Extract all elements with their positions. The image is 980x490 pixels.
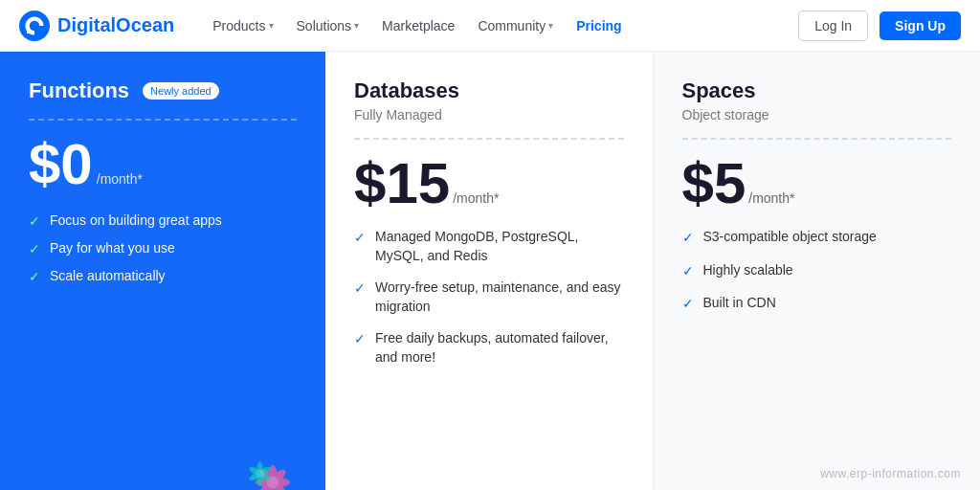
databases-price-number: 15 xyxy=(386,155,450,212)
svg-point-11 xyxy=(256,470,264,479)
functions-title: Functions xyxy=(29,78,129,103)
functions-price: $0 /month* xyxy=(29,136,297,193)
databases-features: ✓ Managed MongoDB, PostgreSQL, MySQL, an… xyxy=(354,228,624,368)
divider xyxy=(682,138,952,140)
svg-point-0 xyxy=(19,11,50,41)
check-icon: ✓ xyxy=(682,295,694,314)
feature-item: ✓ Pay for what you use xyxy=(29,240,297,256)
feature-item: ✓ S3-compatible object storage xyxy=(682,228,952,248)
check-icon: ✓ xyxy=(354,279,366,299)
login-button[interactable]: Log In xyxy=(798,11,868,41)
svg-point-8 xyxy=(256,461,263,485)
check-icon: ✓ xyxy=(682,262,694,281)
nav-links: Products ▾ Solutions ▾ Marketplace Commu… xyxy=(203,12,798,39)
divider xyxy=(354,138,624,140)
svg-rect-1 xyxy=(30,31,33,33)
chevron-down-icon: ▾ xyxy=(269,20,274,31)
functions-price-amount: $0 xyxy=(29,136,93,193)
spaces-price-symbol: $ xyxy=(682,155,714,212)
check-icon: ✓ xyxy=(29,213,40,229)
logo-icon xyxy=(19,11,50,41)
logo-text: DigitalOcean xyxy=(57,14,174,36)
cards-section: Functions Newly added $0 /month* ✓ Focus… xyxy=(0,52,980,490)
databases-price-suffix: /month* xyxy=(453,190,499,206)
databases-price-symbol: $ xyxy=(354,155,386,212)
feature-item: ✓ Worry-free setup, maintenance, and eas… xyxy=(354,278,624,316)
divider xyxy=(29,119,297,121)
coral-decoration xyxy=(230,413,316,490)
svg-point-10 xyxy=(248,465,272,483)
functions-badge: Newly added xyxy=(143,82,219,100)
svg-point-7 xyxy=(267,477,279,489)
spaces-price-suffix: /month* xyxy=(748,190,794,206)
nav-item-solutions[interactable]: Solutions ▾ xyxy=(287,12,369,39)
nav-item-marketplace[interactable]: Marketplace xyxy=(372,12,464,39)
svg-point-3 xyxy=(268,465,278,490)
nav-item-products[interactable]: Products ▾ xyxy=(203,12,282,39)
chevron-down-icon: ▾ xyxy=(548,20,553,31)
chevron-down-icon: ▾ xyxy=(354,20,359,31)
spaces-price-number: 5 xyxy=(714,155,746,212)
check-icon: ✓ xyxy=(354,330,366,349)
svg-point-5 xyxy=(256,478,290,488)
svg-point-6 xyxy=(256,466,288,490)
svg-point-9 xyxy=(248,465,272,483)
check-icon: ✓ xyxy=(29,269,40,284)
feature-item: ✓ Built in CDN xyxy=(682,294,952,314)
nav-item-pricing[interactable]: Pricing xyxy=(567,12,631,39)
feature-item: ✓ Highly scalable xyxy=(682,261,952,281)
check-icon: ✓ xyxy=(682,229,694,248)
databases-title: Databases xyxy=(354,78,624,103)
nav-right: Log In Sign Up xyxy=(798,11,961,41)
navbar: DigitalOcean Products ▾ Solutions ▾ Mark… xyxy=(0,0,980,52)
feature-item: ✓ Focus on building great apps xyxy=(29,212,297,229)
svg-point-4 xyxy=(256,466,288,490)
spaces-card: Spaces Object storage $ 5 /month* ✓ S3-c… xyxy=(654,52,981,490)
check-icon: ✓ xyxy=(354,229,366,248)
logo[interactable]: DigitalOcean xyxy=(19,11,174,41)
spaces-title: Spaces xyxy=(682,78,952,103)
databases-card: Databases Fully Managed $ 15 /month* ✓ M… xyxy=(325,52,654,490)
functions-header: Functions Newly added xyxy=(29,78,297,103)
spaces-subtitle: Object storage xyxy=(682,107,952,122)
check-icon: ✓ xyxy=(29,241,40,256)
svg-rect-2 xyxy=(27,31,30,33)
functions-price-suffix: /month* xyxy=(97,171,143,187)
feature-item: ✓ Free daily backups, automated failover… xyxy=(354,329,624,367)
functions-features: ✓ Focus on building great apps ✓ Pay for… xyxy=(29,212,297,284)
watermark: www.erp-information.com xyxy=(820,467,961,480)
feature-item: ✓ Managed MongoDB, PostgreSQL, MySQL, an… xyxy=(354,228,624,265)
functions-card: Functions Newly added $0 /month* ✓ Focus… xyxy=(0,52,325,490)
feature-item: ✓ Scale automatically xyxy=(29,268,297,284)
spaces-price: $ 5 /month* xyxy=(682,155,952,212)
databases-price: $ 15 /month* xyxy=(354,155,624,212)
databases-subtitle: Fully Managed xyxy=(354,107,624,122)
nav-item-community[interactable]: Community ▾ xyxy=(468,12,563,39)
spaces-features: ✓ S3-compatible object storage ✓ Highly … xyxy=(682,228,952,314)
signup-button[interactable]: Sign Up xyxy=(880,11,961,40)
